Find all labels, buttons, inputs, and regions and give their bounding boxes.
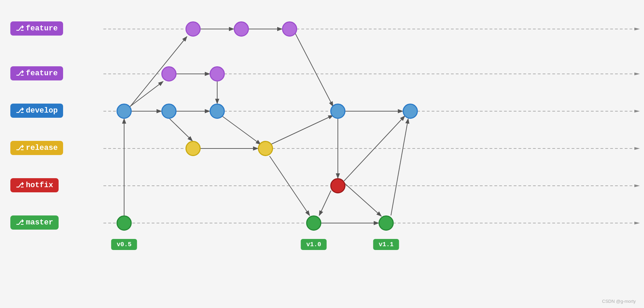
branch-name-hotfix: hotfix — [26, 181, 53, 190]
svg-marker-11 — [634, 147, 640, 150]
node-feature1-1 — [185, 21, 201, 37]
svg-marker-10 — [634, 110, 640, 113]
svg-line-33 — [344, 116, 405, 181]
node-release-1 — [185, 141, 201, 156]
branch-name-feature1: feature — [26, 24, 58, 33]
svg-line-31 — [319, 191, 331, 215]
git-icon-release: ⎇ — [16, 144, 24, 152]
branch-label-develop: ⎇ develop — [10, 104, 63, 118]
git-icon-develop: ⎇ — [16, 106, 24, 115]
node-release-2 — [258, 141, 273, 156]
node-feature2-2 — [210, 66, 225, 81]
node-develop-4 — [330, 104, 345, 119]
git-icon-master: ⎇ — [16, 218, 24, 227]
svg-line-16 — [129, 81, 163, 107]
branch-label-feature1: ⎇ feature — [10, 21, 63, 36]
svg-line-25 — [222, 116, 261, 144]
svg-line-28 — [270, 156, 310, 215]
svg-line-26 — [295, 33, 333, 106]
branch-label-master: ⎇ master — [10, 215, 59, 230]
branch-name-master: master — [26, 218, 53, 227]
node-feature1-2 — [234, 21, 249, 37]
node-feature1-3 — [282, 21, 297, 37]
watermark: CSDN @g-morty — [602, 299, 636, 304]
svg-line-34 — [343, 182, 381, 216]
git-icon-feature1: ⎇ — [16, 24, 24, 33]
svg-marker-9 — [634, 73, 640, 75]
svg-line-35 — [391, 119, 408, 215]
branch-name-release: release — [26, 144, 58, 152]
diagram-container: ⎇ feature ⎇ feature ⎇ develop ⎇ release … — [0, 0, 644, 308]
version-tag-v11: v1.1 — [373, 239, 399, 250]
node-develop-3 — [210, 104, 225, 119]
node-feature2-1 — [161, 66, 177, 81]
version-tag-v10: v1.0 — [301, 239, 326, 250]
branch-label-release: ⎇ release — [10, 141, 63, 155]
svg-line-15 — [130, 37, 187, 106]
svg-line-22 — [170, 119, 192, 141]
node-develop-1 — [117, 104, 132, 119]
branch-label-hotfix: ⎇ hotfix — [10, 178, 59, 192]
node-hotfix-1 — [330, 178, 345, 193]
branch-label-feature2: ⎇ feature — [10, 66, 63, 80]
svg-marker-12 — [634, 184, 640, 187]
arrows-svg — [0, 0, 644, 308]
branch-name-feature2: feature — [26, 69, 58, 78]
node-develop-2 — [161, 104, 177, 119]
git-icon-feature2: ⎇ — [16, 69, 24, 78]
svg-line-27 — [271, 115, 333, 144]
git-icon-hotfix: ⎇ — [16, 181, 24, 190]
node-master-1 — [117, 215, 132, 231]
svg-marker-8 — [634, 28, 640, 30]
branch-name-develop: develop — [26, 106, 58, 115]
version-tag-v05: v0.5 — [111, 239, 137, 250]
node-master-2 — [306, 215, 321, 231]
svg-marker-13 — [634, 222, 640, 224]
node-develop-5 — [403, 104, 418, 119]
node-master-3 — [379, 215, 394, 231]
